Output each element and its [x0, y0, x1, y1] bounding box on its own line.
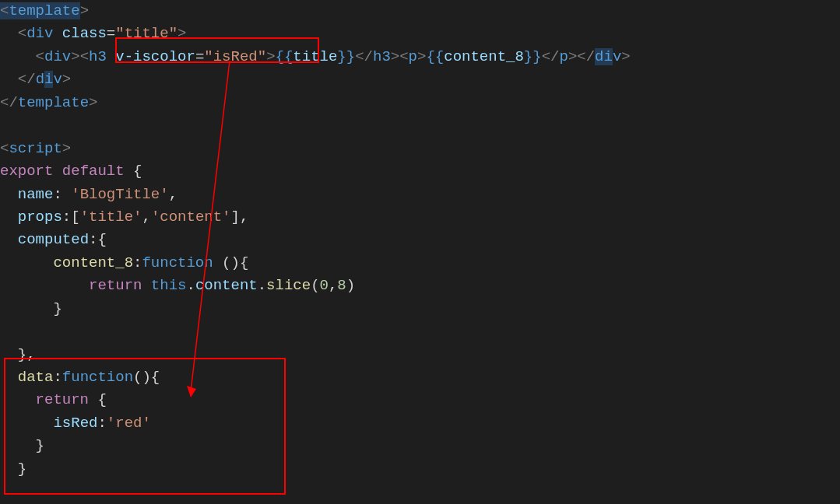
code-line: } [0, 300, 62, 317]
code-line [0, 323, 9, 340]
code-line: name: 'BlogTitle', [0, 186, 177, 203]
code-line: </div> [0, 71, 71, 88]
code-line: <div class="title"> [0, 25, 187, 42]
code-line: computed:{ [0, 231, 107, 248]
code-line: isRed:'red' [0, 415, 151, 432]
code-line: <script> [0, 140, 71, 157]
code-line: </template> [0, 94, 97, 111]
code-line: data:function(){ [0, 369, 160, 386]
code-line: <div><h3 v-iscolor="isRed">{{title}}</h3… [0, 48, 631, 65]
code-line: return this.content.slice(0,8) [0, 277, 355, 294]
code-line: content_8:function (){ [0, 254, 248, 271]
code-line: export default { [0, 163, 142, 180]
code-line: } [0, 437, 44, 454]
code-line: props:['title','content'], [0, 208, 248, 226]
code-line: } [0, 460, 26, 478]
code-line: return { [0, 391, 107, 408]
code-editor[interactable]: <template> <div class="title"> <div><h3 … [0, 0, 840, 481]
code-line: }, [0, 346, 36, 363]
code-line: <template> [0, 2, 89, 19]
code-line [0, 117, 9, 134]
